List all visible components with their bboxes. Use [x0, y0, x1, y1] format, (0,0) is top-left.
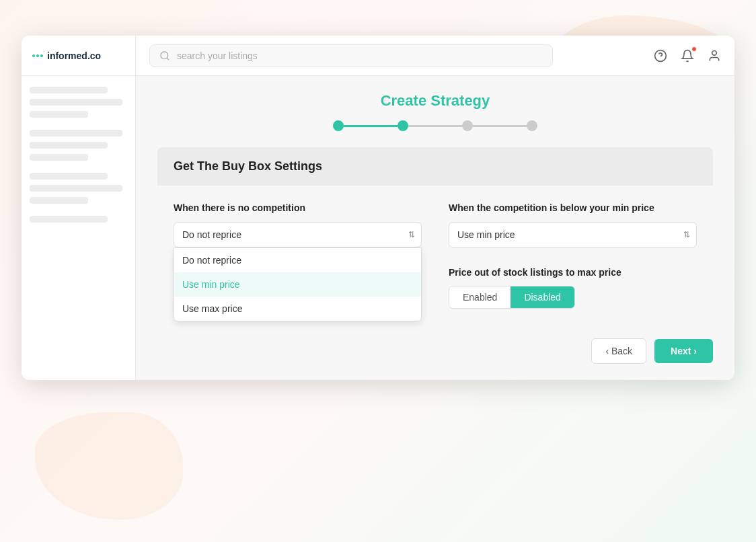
app-window: informed.co search your listings	[22, 36, 734, 380]
step-line-2	[408, 125, 462, 127]
step-dot-4	[527, 120, 537, 131]
no-competition-group: When there is no competition Do not repr…	[174, 202, 422, 247]
sidebar	[22, 76, 136, 380]
out-of-stock-toggle: Enabled Disabled	[449, 286, 575, 309]
step-dot-3	[462, 120, 473, 131]
step-progress	[157, 120, 713, 131]
card-body: When there is no competition Do not repr…	[157, 186, 713, 327]
wizard-title: Create Strategy	[157, 92, 713, 110]
skeleton-group-1	[30, 87, 127, 118]
top-bar-icons	[654, 49, 721, 63]
logo-dot-2	[36, 54, 39, 57]
out-of-stock-group: Price out of stock listings to max price…	[449, 266, 697, 312]
logo-text: informed.co	[47, 50, 101, 61]
skeleton-line	[30, 111, 88, 118]
content-area: Create Strategy Get The Buy Box Sett	[136, 76, 734, 380]
card-title: Get The Buy Box Settings	[174, 159, 322, 173]
svg-point-4	[712, 50, 717, 55]
next-button[interactable]: Next ›	[654, 339, 713, 363]
sidebar-logo-area: informed.co	[22, 36, 136, 76]
skeleton-line	[30, 173, 108, 180]
competition-below-label: When the competition is below your min p…	[449, 202, 697, 215]
back-button[interactable]: ‹ Back	[591, 338, 646, 364]
logo-dot-1	[32, 54, 35, 57]
blob-bottom-left	[35, 412, 183, 520]
toggle-disabled-button[interactable]: Disabled	[511, 286, 574, 308]
out-of-stock-label: Price out of stock listings to max price	[449, 266, 697, 280]
logo: informed.co	[32, 50, 101, 61]
notification-button[interactable]	[681, 49, 694, 63]
wizard-header: Create Strategy	[157, 92, 713, 131]
search-icon	[159, 50, 170, 61]
profile-button[interactable]	[708, 49, 721, 63]
no-competition-label: When there is no competition	[174, 202, 422, 215]
skeleton-line	[30, 130, 122, 137]
settings-card: Get The Buy Box Settings When there is n…	[157, 147, 713, 327]
toggle-enabled-button[interactable]: Enabled	[449, 286, 511, 308]
help-icon	[654, 49, 667, 63]
step-line-3	[473, 125, 527, 127]
svg-line-1	[167, 58, 169, 60]
main-layout: Create Strategy Get The Buy Box Sett	[22, 76, 734, 380]
skeleton-line	[30, 216, 108, 223]
notification-badge	[691, 46, 697, 52]
skeleton-line	[30, 185, 122, 192]
top-bar: informed.co search your listings	[22, 36, 734, 76]
sidebar-skeleton	[30, 87, 127, 228]
no-competition-select-wrapper: Do not reprice Use min price Use max pri…	[174, 222, 422, 247]
step-dot-1	[333, 120, 344, 131]
no-competition-dropdown: Do not reprice Use min price Use max pri…	[174, 247, 422, 321]
logo-dot-3	[40, 54, 43, 57]
user-icon	[708, 49, 721, 63]
competition-below-select-wrapper: Use min price Use max price Do not repri…	[449, 222, 697, 247]
search-area[interactable]: search your listings	[149, 44, 553, 67]
skeleton-group-2	[30, 130, 127, 161]
card-header: Get The Buy Box Settings	[157, 147, 713, 186]
top-bar-main: search your listings	[136, 44, 734, 67]
skeleton-line	[30, 142, 108, 149]
dropdown-item-do-not-reprice[interactable]: Do not reprice	[174, 248, 421, 272]
help-button[interactable]	[654, 49, 667, 63]
skeleton-group-3	[30, 173, 127, 204]
skeleton-group-4	[30, 216, 127, 223]
competition-below-select[interactable]: Use min price Use max price Do not repri…	[449, 222, 697, 247]
search-placeholder: search your listings	[177, 50, 258, 61]
step-dot-2	[398, 120, 408, 131]
dropdown-item-use-max[interactable]: Use max price	[174, 297, 421, 321]
logo-dots	[32, 54, 43, 57]
window-wrapper: informed.co search your listings	[22, 36, 734, 506]
skeleton-line	[30, 99, 122, 106]
skeleton-line	[30, 154, 88, 161]
no-competition-select[interactable]: Do not reprice Use min price Use max pri…	[174, 222, 422, 247]
competition-below-group: When the competition is below your min p…	[449, 202, 697, 247]
step-line-1	[344, 125, 398, 127]
skeleton-line	[30, 197, 88, 204]
svg-point-0	[161, 52, 168, 59]
skeleton-line	[30, 87, 108, 93]
card-footer: ‹ Back Next ›	[157, 327, 713, 364]
dropdown-item-use-min[interactable]: Use min price	[174, 272, 421, 297]
